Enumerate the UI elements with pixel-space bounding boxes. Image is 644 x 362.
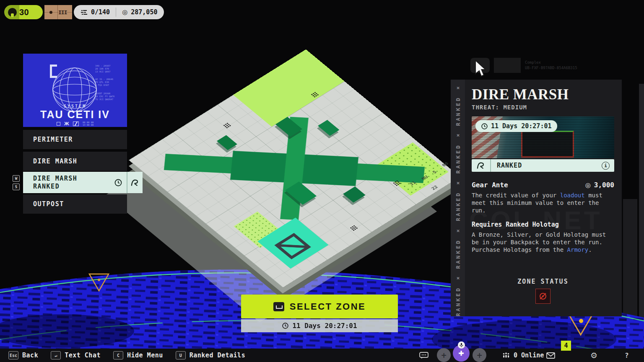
- loadout-link[interactable]: loadout: [560, 192, 585, 199]
- hide-menu-button[interactable]: C Hide Menu: [113, 351, 163, 359]
- ranked-mode-label: RANKED: [491, 162, 602, 169]
- raider-helmet-icon: [8, 8, 17, 17]
- thumbnail-crate: [521, 131, 574, 158]
- map-building: [343, 186, 366, 203]
- slashed-box-icon: [73, 122, 79, 126]
- zone-title: DIRE MARSH: [472, 86, 614, 103]
- countdown-value: 11 Days 20:27:01: [292, 322, 357, 330]
- zone-select-screen: 31 MU 5 00 22 30 III 0/140 ◎ 287,050: [0, 0, 644, 362]
- complex-tag-text: ComplexUB-FXF-B97ABD-854A6B315: [525, 60, 577, 71]
- map-building: [318, 120, 340, 136]
- mail-count-badge: 4: [561, 341, 571, 351]
- enter-keycap: ↵: [51, 351, 61, 359]
- system-name: TAU CETI IV: [23, 109, 127, 121]
- armory-link[interactable]: Armory: [567, 246, 589, 253]
- credits-icon: ◎: [585, 181, 591, 189]
- clock-icon: [481, 123, 488, 130]
- clock-icon: [114, 178, 122, 187]
- player-level-badge[interactable]: 30: [4, 5, 43, 19]
- colnet-watermark: COL-NET: [469, 205, 602, 235]
- envelope-icon: [546, 352, 555, 359]
- online-count[interactable]: 0 Online: [502, 349, 544, 362]
- square-glyph-icon: [57, 122, 60, 126]
- zone-label: OUTPOST: [33, 200, 64, 208]
- zone-label: PERIMETER: [33, 136, 73, 143]
- zone-detail-panel: RANKED × RANKED × RANKED × RANKED × RANK…: [451, 80, 622, 316]
- map-building: [217, 135, 237, 150]
- back-button[interactable]: Esc Back: [8, 351, 38, 359]
- zone-list-item-perimeter[interactable]: PERIMETER: [23, 130, 127, 149]
- text-chat-button[interactable]: ↵ Text Chat: [51, 351, 101, 359]
- add-party-slot-right[interactable]: +: [473, 348, 486, 362]
- people-icon: [502, 352, 510, 358]
- select-zone-group: SELECT ZONE 11 Days 20:27:01: [241, 295, 398, 332]
- rank-tier-tile[interactable]: III: [44, 5, 72, 19]
- help-button[interactable]: ?: [625, 349, 629, 362]
- gear-ante-value: 3,000: [594, 181, 614, 189]
- credits-count: 287,050: [131, 8, 157, 16]
- select-zone-label: SELECT ZONE: [290, 301, 366, 312]
- waypoint-marker-left: [88, 272, 110, 292]
- gear-ante-label: Gear Ante: [472, 181, 585, 189]
- zone-countdown-bar: 11 Days 20:27:01: [241, 319, 398, 332]
- clock-icon: [282, 322, 289, 329]
- map-edge-label: 22: [430, 184, 439, 191]
- ranked-mode-cell: [127, 172, 143, 193]
- esc-keycap: Esc: [8, 351, 18, 359]
- select-zone-button[interactable]: SELECT ZONE: [241, 295, 398, 318]
- zone-list-item-dire-marsh-ranked-selected[interactable]: DIRE MARSHRANKED: [23, 172, 143, 193]
- zone-timer-pill: 11 Days 20:27:01: [475, 120, 557, 132]
- ranked-icon: [130, 178, 140, 187]
- zone-list-item-outpost[interactable]: OUTPOST: [23, 194, 127, 214]
- system-label: SYSTEM: [23, 104, 127, 109]
- credits-icon: ◎: [122, 8, 127, 16]
- ranked-vertical-strip: RANKED × RANKED × RANKED × RANKED × RANK…: [451, 80, 465, 316]
- bottom-bar: Esc Back ↵ Text Chat C Hide Menu U Ranke…: [0, 349, 644, 362]
- system-footer-code: 00 00 00 13 00 00: [83, 121, 94, 126]
- crosshair-dot-icon: [49, 11, 52, 14]
- landing-pad-glyph: [274, 233, 311, 259]
- zone-label: DIRE MARSH: [33, 158, 77, 165]
- c-keycap: C: [113, 351, 123, 359]
- mic-badge-icon: [458, 341, 465, 349]
- list-key-hints: W S: [13, 175, 20, 190]
- map-lime-sector-north: [233, 49, 344, 127]
- system-microtext: AE 31 - 20046 PH QTL 636 1 FQ1 0307: [95, 78, 113, 87]
- key-s: S: [13, 184, 20, 190]
- threat-level: THREAT: MEDIUM: [472, 104, 614, 111]
- system-card: 349 - 26987 20 196 876 13 HCI Q667 AE 31…: [23, 54, 127, 127]
- ranked-details-button[interactable]: U Ranked Details: [176, 351, 245, 359]
- chat-bubble-icon[interactable]: [419, 352, 428, 359]
- rank-tier: III: [58, 9, 67, 16]
- scrip-icon: [80, 9, 88, 16]
- zone-status-label: ZONE STATUS: [472, 278, 614, 285]
- zone-status-hazard-icon[interactable]: [535, 289, 551, 304]
- ranked-icon: [476, 161, 486, 170]
- map-marker-cluster: [222, 122, 232, 129]
- pixel-c-glyph: [50, 65, 57, 78]
- ranked-mode-bar[interactable]: RANKED i: [472, 159, 614, 172]
- map-marker-cluster: [349, 225, 359, 232]
- add-party-slot-left[interactable]: +: [437, 348, 451, 362]
- mouse-cursor: [474, 59, 491, 78]
- resource-pill[interactable]: 0/140 ◎ 287,050: [74, 5, 164, 19]
- settings-gear-icon[interactable]: ⚙: [590, 349, 597, 362]
- complex-logo-icon: [494, 58, 521, 73]
- sigil-icon: Ж: [64, 122, 69, 126]
- divider: [116, 8, 116, 17]
- key-w: W: [13, 175, 20, 182]
- mail-button[interactable]: 4: [546, 349, 555, 362]
- system-microtext: QOXBT 26996 QX EXC FY QW76 TU XCI QW26A7: [95, 92, 114, 101]
- zone-label: DIRE MARSHRANKED: [23, 175, 114, 191]
- zone-list-item-dire-marsh[interactable]: DIRE MARSH: [23, 152, 127, 171]
- zone-thumbnail: 11 Days 20:27:01: [472, 116, 614, 158]
- player-level: 30: [19, 8, 29, 17]
- spacebar-key-icon: [273, 302, 284, 311]
- zone-timer: 11 Days 20:27:01: [491, 122, 552, 130]
- system-microtext: 349 - 26987 20 196 876 13 HCI Q667: [95, 65, 110, 73]
- scrip-count: 0/140: [91, 8, 110, 16]
- u-keycap: U: [176, 351, 186, 359]
- info-icon[interactable]: i: [602, 162, 610, 170]
